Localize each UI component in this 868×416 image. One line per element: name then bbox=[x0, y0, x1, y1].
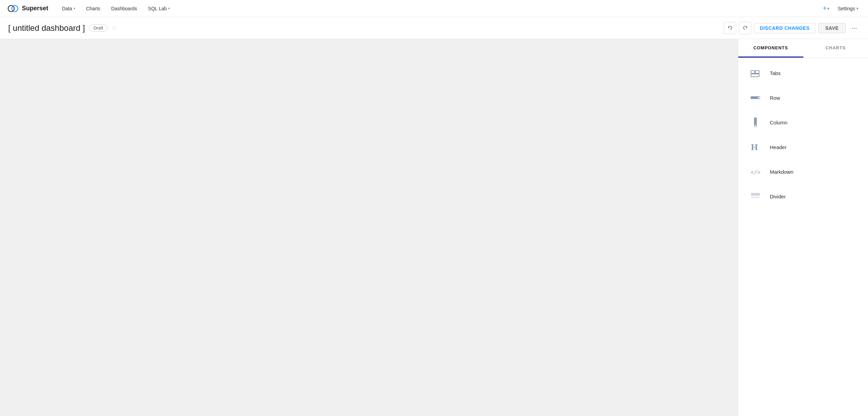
svg-rect-12 bbox=[751, 197, 760, 198]
column-icon bbox=[749, 116, 762, 129]
data-caret-icon: ▾ bbox=[74, 7, 75, 10]
sql-lab-caret-icon: ▾ bbox=[168, 7, 170, 10]
component-header-label: Header bbox=[770, 144, 787, 150]
right-panel: COMPONENTS CHARTS Tabs bbox=[738, 39, 868, 416]
svg-rect-4 bbox=[751, 74, 759, 77]
redo-icon bbox=[742, 25, 748, 31]
tabs-icon bbox=[749, 67, 762, 79]
component-markdown[interactable]: </> Markdown bbox=[738, 159, 868, 184]
component-list: Tabs Row bbox=[738, 58, 868, 416]
component-row[interactable]: Row bbox=[738, 85, 868, 110]
dashboard-header: [ untitled dashboard ] Draft ☆ DISCARD C… bbox=[0, 17, 868, 39]
logo-text: Superset bbox=[22, 5, 48, 12]
star-icon[interactable]: ☆ bbox=[112, 24, 117, 32]
logo[interactable]: Superset bbox=[7, 2, 48, 15]
nav-dashboards[interactable]: Dashboards bbox=[106, 0, 143, 17]
undo-button[interactable] bbox=[724, 22, 736, 34]
main-content: COMPONENTS CHARTS Tabs bbox=[0, 39, 868, 416]
nav-sql-lab[interactable]: SQL Lab ▾ bbox=[142, 0, 175, 17]
dashboard-title: [ untitled dashboard ] bbox=[8, 23, 85, 33]
tab-charts[interactable]: CHARTS bbox=[803, 39, 868, 58]
component-tabs[interactable]: Tabs bbox=[738, 61, 868, 85]
svg-rect-2 bbox=[751, 71, 755, 73]
undo-icon bbox=[727, 25, 733, 31]
component-row-label: Row bbox=[770, 95, 780, 101]
svg-text:</>: </> bbox=[751, 169, 761, 175]
header-icon: H bbox=[749, 141, 762, 153]
svg-rect-11 bbox=[751, 193, 760, 196]
more-options-icon: ··· bbox=[851, 24, 857, 32]
nav-links: Data ▾ Charts Dashboards SQL Lab ▾ bbox=[56, 0, 820, 17]
svg-point-0 bbox=[8, 5, 14, 12]
svg-text:H: H bbox=[751, 142, 758, 152]
plus-caret-icon: ▾ bbox=[827, 6, 829, 11]
component-header[interactable]: H Header bbox=[738, 135, 868, 159]
canvas-area[interactable] bbox=[0, 39, 738, 416]
settings-button[interactable]: Settings ▾ bbox=[835, 4, 861, 13]
markdown-icon: </> bbox=[749, 166, 762, 178]
svg-rect-3 bbox=[755, 71, 759, 73]
discard-changes-button[interactable]: DISCARD CHANGES bbox=[754, 23, 815, 33]
add-button[interactable]: + ▾ bbox=[820, 3, 832, 14]
panel-tabs: COMPONENTS CHARTS bbox=[738, 39, 868, 58]
component-column-label: Column bbox=[770, 120, 788, 125]
component-divider-label: Divider bbox=[770, 194, 786, 199]
component-column[interactable]: Column bbox=[738, 110, 868, 135]
component-tabs-label: Tabs bbox=[770, 70, 781, 76]
nav-charts[interactable]: Charts bbox=[81, 0, 106, 17]
tab-components[interactable]: COMPONENTS bbox=[738, 39, 803, 58]
dashboard-title-area: [ untitled dashboard ] Draft ☆ bbox=[8, 23, 117, 33]
component-markdown-label: Markdown bbox=[770, 169, 793, 175]
nav-data[interactable]: Data ▾ bbox=[56, 0, 81, 17]
row-icon bbox=[749, 91, 762, 104]
nav-right: + ▾ Settings ▾ bbox=[820, 3, 861, 14]
navbar: Superset Data ▾ Charts Dashboards SQL La… bbox=[0, 0, 868, 17]
save-button[interactable]: SAVE bbox=[818, 23, 846, 33]
more-options-button[interactable]: ··· bbox=[848, 23, 860, 33]
svg-point-1 bbox=[12, 5, 18, 12]
component-divider[interactable]: Divider bbox=[738, 184, 868, 209]
redo-button[interactable] bbox=[739, 22, 751, 34]
dashboard-actions: DISCARD CHANGES SAVE ··· bbox=[724, 22, 860, 34]
settings-caret-icon: ▾ bbox=[856, 6, 858, 11]
divider-icon bbox=[749, 190, 762, 203]
draft-badge[interactable]: Draft bbox=[89, 24, 107, 32]
